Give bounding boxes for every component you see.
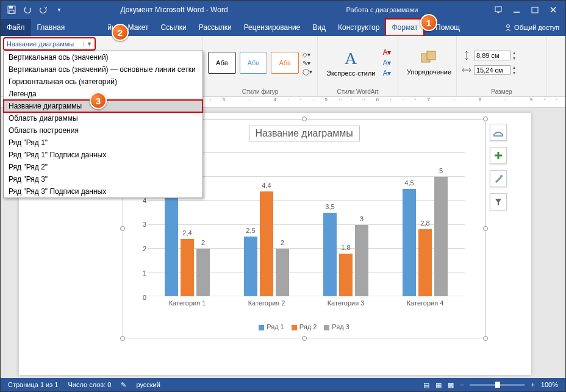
language-indicator[interactable]: русский xyxy=(136,381,160,388)
element-dropdown-item[interactable]: Ряд "Ряд 3" Подписи данных xyxy=(4,185,202,198)
height-input[interactable] xyxy=(474,51,510,60)
element-dropdown-item[interactable]: Ряд "Ряд 3" xyxy=(4,173,202,185)
word-count[interactable]: Число слов: 0 xyxy=(68,381,111,388)
chart-filters-button[interactable] xyxy=(490,193,507,210)
share-button[interactable]: Общий доступ xyxy=(498,19,565,36)
tab-format[interactable]: Формат xyxy=(385,19,424,36)
chart-element-selector[interactable]: ▼ xyxy=(3,37,96,51)
x-axis-labels: Категория 1Категория 2Категория 3Категор… xyxy=(148,299,465,307)
layout-options-button[interactable] xyxy=(490,124,507,141)
tab-insert-obscured[interactable] xyxy=(71,19,101,36)
contextual-tools-title: Работа с диаграммами xyxy=(278,6,486,13)
minimize-icon[interactable] xyxy=(513,6,520,13)
resize-handle[interactable] xyxy=(120,226,125,231)
qat-dropdown-icon[interactable]: ▼ xyxy=(54,5,64,15)
shape-effects-icon[interactable]: ◯▾ xyxy=(303,68,312,75)
wordart-a-icon: A xyxy=(345,49,357,68)
redo-icon[interactable] xyxy=(38,5,48,15)
tab-home[interactable]: Главная xyxy=(31,19,71,36)
shape-style-2[interactable]: Абв xyxy=(240,52,268,74)
resize-handle[interactable] xyxy=(483,116,488,121)
ribbon: ▼ Вертикальная ось (значений)Вертикальна… xyxy=(1,36,565,97)
svg-rect-5 xyxy=(532,7,538,13)
tab-view[interactable]: Вид xyxy=(306,19,332,36)
tellme-label: Помощ xyxy=(435,23,460,32)
tab-file[interactable]: Файл xyxy=(1,19,31,36)
element-selector-field[interactable] xyxy=(4,39,84,49)
group-wordart: Стили WordArt xyxy=(323,87,393,95)
express-label: Экспресс-стили xyxy=(326,69,375,77)
element-dropdown-item[interactable]: Вертикальная ось (значений) xyxy=(4,51,202,63)
annotation-callout-1: 1 xyxy=(420,14,437,31)
user-icon xyxy=(504,24,512,31)
element-dropdown-item[interactable]: Область построения xyxy=(4,124,202,137)
svg-rect-3 xyxy=(495,7,501,12)
zoom-level[interactable]: 100% xyxy=(541,381,558,388)
resize-handle[interactable] xyxy=(302,336,307,341)
group-shape-styles: Стили фигур xyxy=(208,87,312,95)
tab-references[interactable]: Ссылки xyxy=(155,19,193,36)
maximize-icon[interactable] xyxy=(531,6,539,13)
resize-handle[interactable] xyxy=(483,336,488,341)
close-icon[interactable] xyxy=(550,6,557,13)
ribbon-tabs: Файл Главная йн Макет Ссылки Рассылки Ре… xyxy=(1,19,565,36)
save-icon[interactable] xyxy=(7,5,16,15)
resize-handle[interactable] xyxy=(483,226,488,231)
element-dropdown-item[interactable]: Вертикальная ось (значений) — основные л… xyxy=(4,63,202,76)
svg-rect-2 xyxy=(9,10,14,13)
element-dropdown-item[interactable]: Ряд "Ряд 1" xyxy=(4,137,202,149)
element-dropdown-item[interactable]: Горизонтальная ось (категорий) xyxy=(4,76,202,88)
zoom-slider[interactable] xyxy=(470,384,525,386)
element-dropdown-item[interactable]: Ряд "Ряд 1" Подписи данных xyxy=(4,149,202,161)
shape-fill-icon[interactable]: ◇▾ xyxy=(303,51,312,58)
text-effects-icon[interactable]: A▾ xyxy=(382,69,391,77)
width-icon xyxy=(462,65,471,75)
width-field[interactable]: ▴▾ xyxy=(462,65,515,76)
height-field[interactable]: ▴▾ xyxy=(462,50,515,61)
spinner-icon[interactable]: ▴▾ xyxy=(513,65,515,76)
chevron-down-icon[interactable]: ▼ xyxy=(84,41,95,47)
tab-mailings[interactable]: Рассылки xyxy=(193,19,238,36)
chart-legend[interactable]: Ряд 1Ряд 2Ряд 3 xyxy=(123,323,485,330)
svg-rect-12 xyxy=(427,51,435,60)
arrange-label: Упорядочение xyxy=(407,68,451,76)
status-bar: Страница 1 из 1 Число слов: 0 ✎ русский … xyxy=(1,378,565,391)
chart-elements-button[interactable] xyxy=(490,147,507,164)
element-dropdown-item[interactable]: Область диаграммы xyxy=(4,112,202,124)
svg-rect-1 xyxy=(9,6,13,9)
spinner-icon[interactable]: ▴▾ xyxy=(513,50,515,61)
resize-handle[interactable] xyxy=(302,116,307,121)
width-input[interactable] xyxy=(474,65,510,75)
view-readmode-icon[interactable]: ▤ xyxy=(423,381,429,389)
view-web-icon[interactable]: ▩ xyxy=(448,381,454,389)
shape-style-3[interactable]: Абв xyxy=(271,52,299,74)
shape-outline-icon[interactable]: ✎▾ xyxy=(303,60,312,66)
chart-title[interactable]: Название диаграммы xyxy=(248,126,359,141)
element-selector-dropdown[interactable]: Вертикальная ось (значений)Вертикальная … xyxy=(3,51,203,198)
annotation-callout-3: 3 xyxy=(90,92,107,109)
arrange-button[interactable]: Упорядочение xyxy=(403,49,455,77)
text-outline-icon[interactable]: A▾ xyxy=(382,59,391,67)
zoom-in-icon[interactable]: + xyxy=(531,381,534,388)
tab-chart-design[interactable]: Конструктор xyxy=(332,19,385,36)
text-fill-icon[interactable]: A▾ xyxy=(382,48,391,57)
annotation-callout-2: 2 xyxy=(112,24,129,41)
zoom-out-icon[interactable]: − xyxy=(460,381,464,388)
share-label: Общий доступ xyxy=(514,24,559,31)
element-dropdown-item[interactable]: Ряд "Ряд 2" xyxy=(4,161,202,173)
view-print-icon[interactable]: ▦ xyxy=(435,381,442,389)
wordart-express-styles[interactable]: A Экспресс-стили xyxy=(323,48,379,78)
title-bar: ▼ Документ Microsoft Word - Word Работа … xyxy=(1,1,565,19)
page-indicator[interactable]: Страница 1 из 1 xyxy=(8,381,58,388)
proofing-icon[interactable]: ✎ xyxy=(121,381,126,389)
chart-styles-button[interactable] xyxy=(490,170,507,187)
svg-point-16 xyxy=(500,175,503,177)
ribbon-options-icon[interactable] xyxy=(495,6,502,13)
svg-point-8 xyxy=(507,25,510,28)
resize-handle[interactable] xyxy=(120,336,125,341)
document-title: Документ Microsoft Word - Word xyxy=(70,5,278,14)
arrange-icon xyxy=(420,50,439,67)
shape-style-1[interactable]: Абв xyxy=(208,52,236,74)
tab-review[interactable]: Рецензирование xyxy=(238,19,307,36)
undo-icon[interactable] xyxy=(23,5,32,15)
